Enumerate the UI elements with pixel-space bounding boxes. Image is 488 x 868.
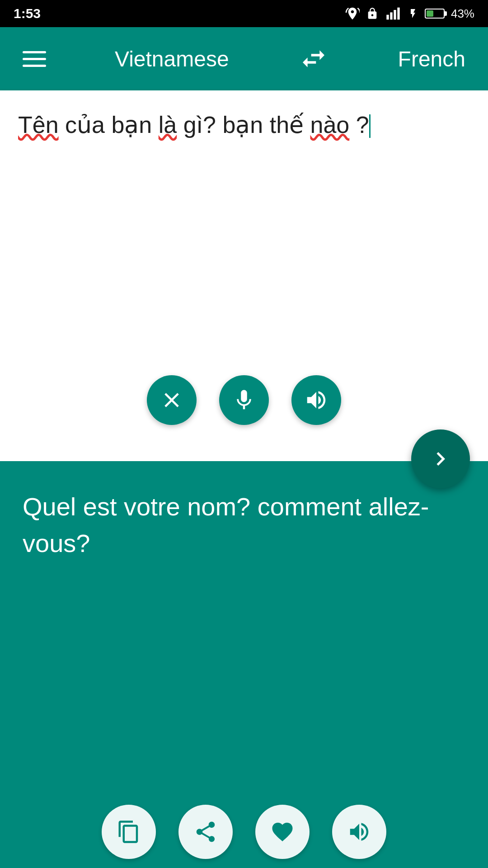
svg-rect-1 bbox=[390, 12, 392, 19]
swap-languages-button[interactable] bbox=[298, 43, 329, 75]
target-language-button[interactable]: French bbox=[398, 47, 465, 71]
source-panel: Tên của bạn là gì? bạn thế nào ? bbox=[0, 90, 488, 461]
source-text-qmark: ? bbox=[356, 112, 369, 138]
signal-icon bbox=[385, 6, 401, 21]
source-actions bbox=[18, 362, 470, 443]
source-text-tên: Tên bbox=[18, 112, 59, 138]
favorite-button[interactable] bbox=[255, 805, 310, 859]
copy-button[interactable] bbox=[102, 805, 156, 859]
status-bar: 1:53 43% bbox=[0, 0, 488, 27]
source-language-button[interactable]: Vietnamese bbox=[115, 47, 229, 71]
svg-rect-0 bbox=[386, 15, 389, 20]
battery-icon: 43% bbox=[425, 7, 474, 21]
nav-bar: Vietnamese French bbox=[0, 27, 488, 90]
output-panel: Quel est votre nom? comment allez-vous? bbox=[0, 461, 488, 868]
translated-text: Quel est votre nom? comment allez-vous? bbox=[23, 488, 465, 561]
clear-button[interactable] bbox=[147, 375, 197, 425]
text-cursor bbox=[369, 114, 371, 138]
mic-button[interactable] bbox=[219, 375, 269, 425]
output-actions bbox=[0, 805, 488, 859]
svg-rect-3 bbox=[397, 8, 399, 20]
source-text-bạn: bạn bbox=[111, 112, 152, 138]
status-icons: 43% bbox=[345, 6, 474, 21]
source-text-rest1: của bbox=[65, 112, 111, 138]
charging-icon bbox=[408, 6, 418, 21]
lock-icon bbox=[366, 6, 379, 21]
source-input[interactable]: Tên của bạn là gì? bạn thế nào ? bbox=[18, 108, 470, 362]
battery-percentage: 43% bbox=[451, 7, 474, 21]
alarm-icon bbox=[345, 6, 360, 21]
menu-button[interactable] bbox=[23, 51, 46, 67]
source-text-nào: nào bbox=[310, 112, 350, 138]
source-text-rest3: gì? bạn thế bbox=[183, 112, 310, 138]
source-speaker-button[interactable] bbox=[291, 375, 341, 425]
translate-button[interactable] bbox=[411, 429, 470, 488]
share-button[interactable] bbox=[178, 805, 233, 859]
status-time: 1:53 bbox=[14, 6, 41, 21]
svg-rect-2 bbox=[394, 10, 396, 19]
source-text-là: là bbox=[159, 112, 177, 138]
output-speaker-button[interactable] bbox=[332, 805, 386, 859]
